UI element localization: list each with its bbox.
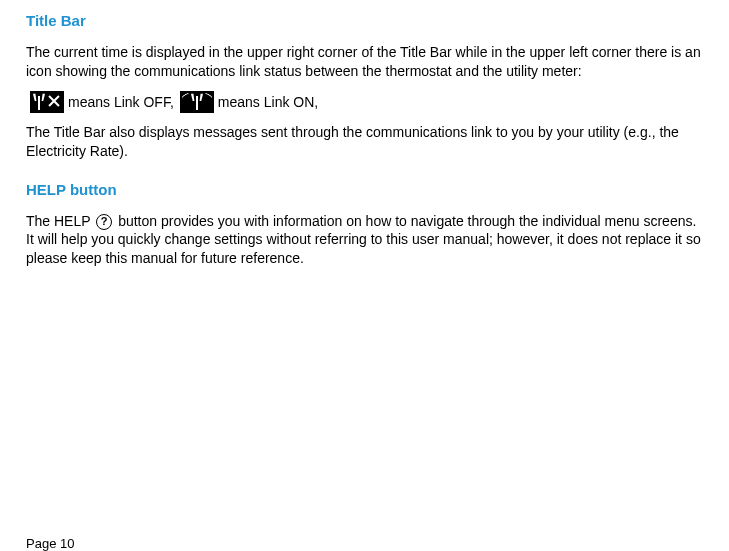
help-icon: ? bbox=[96, 214, 112, 230]
heading-title-bar: Title Bar bbox=[26, 12, 703, 29]
titlebar-para-1: The current time is displayed in the upp… bbox=[26, 43, 703, 81]
link-off-label: means Link OFF, bbox=[68, 94, 174, 110]
section-help-button: HELP button The HELP ? button provides y… bbox=[26, 181, 703, 269]
help-para: The HELP ? button provides you with info… bbox=[26, 212, 703, 269]
help-para-lead: The HELP bbox=[26, 213, 90, 229]
section-title-bar: Title Bar The current time is displayed … bbox=[26, 12, 703, 161]
link-on-label: means Link ON, bbox=[218, 94, 318, 110]
heading-help-button: HELP button bbox=[26, 181, 703, 198]
page-number: Page 10 bbox=[26, 536, 74, 551]
link-off-icon bbox=[30, 91, 64, 113]
titlebar-para-2: The Title Bar also displays messages sen… bbox=[26, 123, 703, 161]
link-status-icons-row: means Link OFF, means Link ON, bbox=[26, 91, 703, 113]
link-on-icon bbox=[180, 91, 214, 113]
help-para-rest: button provides you with information on … bbox=[26, 213, 701, 267]
